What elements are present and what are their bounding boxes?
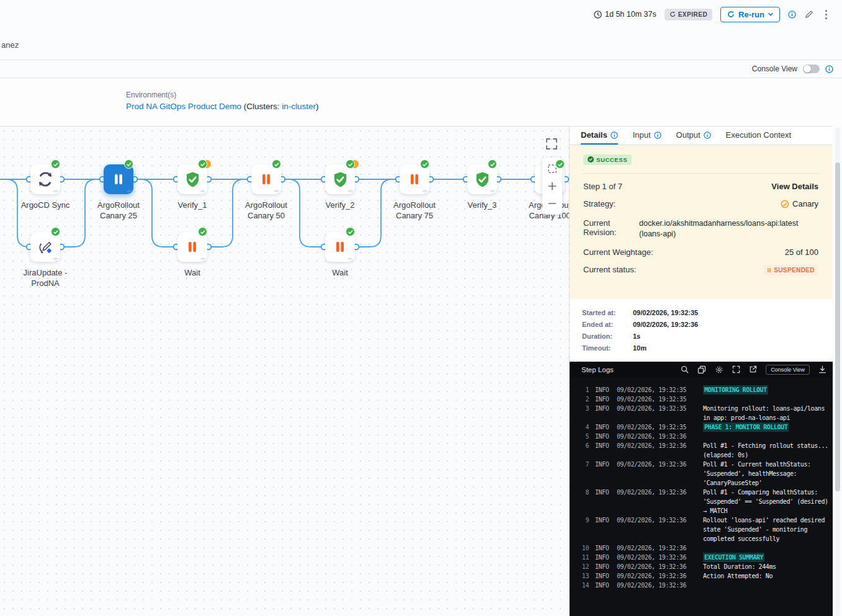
log-message: Poll #1 - Comparing healthStatus: 'Suspe…: [703, 488, 830, 516]
pipeline-node-wait-1[interactable]: </> Wait: [177, 232, 207, 262]
log-line: 7 INFO 09/02/2026, 19:32:36 Poll #1 - Cu…: [580, 460, 830, 488]
node-label: Verify_1: [155, 200, 230, 210]
pipeline-node-jira-update[interactable]: </> JiraUpdate -ProdNA: [30, 232, 60, 262]
pipeline-node-canary-75[interactable]: </> ArgoRolloutCanary 75: [400, 164, 429, 194]
pipeline-node-verify-1[interactable]: </> Verify_1: [177, 164, 207, 194]
template-glyph: </>: [53, 189, 58, 193]
zoom-out-icon[interactable]: [544, 195, 561, 212]
success-badge-icon: [488, 159, 497, 169]
pause-icon: [408, 172, 421, 186]
log-line-number: 4: [580, 422, 589, 432]
success-badge-icon: [555, 159, 565, 169]
edit-pencil-icon[interactable]: [804, 10, 813, 19]
rerun-info-icon[interactable]: [788, 11, 796, 19]
pipeline-node-argocd-sync[interactable]: </> ArgoCD Sync: [30, 164, 60, 194]
environment-link[interactable]: Prod NA GitOps Product Demo: [126, 102, 241, 111]
success-badge-icon: [198, 159, 207, 169]
template-glyph: </>: [490, 189, 495, 193]
info-icon: [611, 132, 618, 139]
cluster-link[interactable]: in-cluster: [282, 102, 316, 111]
log-line-number: 2: [580, 395, 589, 404]
log-copy-icon[interactable]: [697, 365, 706, 374]
log-line: 3 INFO 09/02/2026, 19:32:35 Monitoring r…: [580, 404, 830, 422]
tab-details[interactable]: Details: [581, 127, 618, 145]
details-card: SUCCESS Step 1 of 7 View Details Strateg…: [570, 145, 832, 299]
rerun-refresh-icon: [727, 11, 735, 18]
shield-icon: [332, 171, 349, 188]
log-level: INFO: [595, 553, 612, 562]
canvas-fullscreen-icon[interactable]: [544, 136, 560, 153]
panel-tabs: Details Input Output Execution Context: [570, 127, 832, 145]
log-timestamp: 09/02/2026, 19:32:36: [617, 581, 688, 590]
log-line: 10 INFO 09/02/2026, 19:32:36: [580, 543, 830, 553]
log-level: INFO: [595, 571, 612, 581]
pipeline-node-wait-2[interactable]: </> Wait: [325, 232, 355, 262]
log-download-icon[interactable]: [818, 365, 826, 373]
log-timestamp: 09/02/2026, 19:32:35: [617, 395, 688, 404]
log-console-view-button[interactable]: Console View: [766, 365, 810, 375]
current-status-row: Current status: SUSPENDED: [583, 265, 818, 275]
log-level: INFO: [595, 441, 612, 450]
expired-refresh-icon: [670, 11, 676, 17]
environment-value: Prod NA GitOps Product Demo (Clusters: i…: [126, 102, 319, 111]
rerun-button[interactable]: Re-run: [720, 7, 780, 22]
pause-icon: [333, 240, 347, 254]
log-line: 11 INFO 09/02/2026, 19:32:36 EXECUTION S…: [580, 553, 830, 562]
pause-icon: [112, 172, 125, 186]
node-label: Verify_3: [445, 200, 519, 210]
log-message: Rollout 'loans-api' reached desired stat…: [703, 516, 830, 543]
pause-icon: [186, 240, 199, 254]
console-view-toggle[interactable]: [803, 65, 820, 73]
caret-down-icon: [768, 12, 773, 16]
log-timestamp: 09/02/2026, 19:32:36: [617, 543, 688, 553]
step-logs-body[interactable]: 1 INFO 09/02/2026, 19:32:35 MONITORING R…: [570, 377, 833, 590]
log-line: 12 INFO 09/02/2026, 19:32:36 Total Durat…: [580, 562, 830, 571]
shield-icon: [474, 171, 491, 188]
environment-label: Environment(s): [126, 91, 319, 99]
view-details-link[interactable]: View Details: [622, 182, 818, 191]
log-timestamp: 09/02/2026, 19:32:36: [617, 441, 688, 450]
expired-badge: EXPIRED: [665, 9, 712, 20]
log-line-number: 11: [580, 553, 589, 562]
sync-icon: [37, 171, 54, 188]
environment-row: Environment(s) Prod NA GitOps Product De…: [0, 79, 842, 126]
info-icon: [704, 132, 711, 139]
scrollbar-thumb[interactable]: [835, 163, 840, 491]
tab-execution-context[interactable]: Execution Context: [726, 127, 792, 145]
log-message: Action Attempted: No: [703, 571, 830, 581]
pipeline-node-verify-2[interactable]: </> Verify_2: [325, 164, 355, 194]
timing-row: Ended at: 09/02/2026, 19:32:36: [582, 321, 820, 328]
tab-input[interactable]: Input: [633, 127, 661, 145]
log-settings-gear-icon[interactable]: [715, 365, 723, 374]
log-level: INFO: [595, 460, 612, 469]
log-search-icon[interactable]: [681, 365, 689, 373]
log-fullscreen-icon[interactable]: [732, 365, 740, 373]
node-label: ArgoRolloutCanary 75: [377, 200, 452, 221]
kebab-menu-icon[interactable]: [822, 9, 831, 20]
success-badge-icon: [124, 159, 133, 169]
node-label: ArgoCD Sync: [8, 200, 83, 210]
step-logs-panel: Step Logs Console View: [570, 362, 833, 616]
success-badge-icon: [272, 159, 281, 169]
template-glyph: </>: [423, 189, 427, 193]
log-message: Poll #1 - Current healthStatus: 'Suspend…: [703, 460, 830, 488]
strategy-row: Strategy: Canary: [583, 199, 818, 210]
zoom-in-icon[interactable]: [544, 177, 561, 195]
node-label: JiraUpdate -ProdNA: [8, 267, 83, 288]
console-view-info-icon[interactable]: [825, 65, 833, 73]
log-timestamp: 09/02/2026, 19:32:36: [617, 516, 688, 525]
log-external-link-icon[interactable]: [749, 365, 757, 373]
step-details-panel: Details Input Output Execution Context S…: [569, 126, 832, 616]
suspended-badge: SUSPENDED: [763, 265, 818, 275]
log-timestamp: 09/02/2026, 19:32:36: [617, 432, 688, 441]
pipeline-node-canary-25[interactable]: </> ArgoRolloutCanary 25: [104, 164, 133, 194]
log-message: Monitoring rollout: loans-api/loans in a…: [703, 404, 830, 422]
log-message: PHASE 1: MONITOR ROLLOUT: [703, 422, 789, 432]
tab-output[interactable]: Output: [676, 127, 711, 145]
pipeline-node-canary-50[interactable]: </> ArgoRolloutCanary 50: [251, 164, 281, 194]
pipeline-node-verify-3[interactable]: </> Verify_3: [467, 164, 497, 194]
template-glyph: </>: [348, 189, 352, 193]
log-line-number: 10: [580, 543, 589, 553]
pipeline-canvas[interactable]: </> ArgoCD Sync </> JiraUpdate -ProdNA <…: [0, 126, 569, 616]
log-line: 5 INFO 09/02/2026, 19:32:36: [580, 432, 830, 441]
